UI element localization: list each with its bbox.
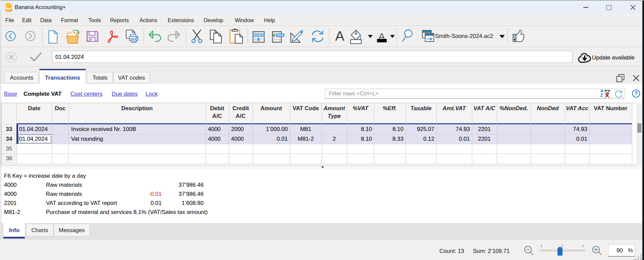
svg-text:?: ? — [635, 91, 638, 96]
